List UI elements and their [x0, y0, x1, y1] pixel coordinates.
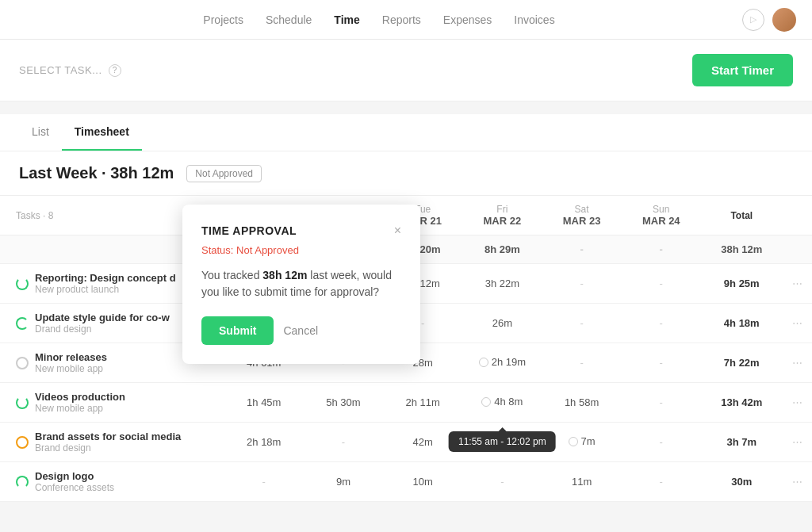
more-reporting[interactable]: ⋯: [783, 264, 812, 304]
time-approval-modal: TIME APPROVAL × Status: Not Approved You…: [182, 205, 420, 364]
cell-brand-sat[interactable]: 7m: [542, 423, 621, 462]
cell-reporting-fri[interactable]: 3h 22m: [462, 264, 542, 304]
cell-reporting-sun[interactable]: -: [622, 264, 701, 304]
task-videos: Videos production New mobile app: [0, 383, 224, 423]
cell-videos-fri[interactable]: 4h 8m 11:55 am - 12:02 pm: [462, 383, 542, 423]
avatar-image: [772, 8, 796, 32]
col-header-more: [783, 196, 812, 235]
task-project-designlogo: Conference assets: [35, 482, 114, 493]
col-header-sat: Sat MAR 23: [542, 196, 621, 235]
nav-invoices[interactable]: Invoices: [514, 13, 554, 26]
modal-title: TIME APPROVAL: [201, 224, 297, 237]
summary-sat: -: [542, 235, 621, 264]
cell-minorreleases-sat[interactable]: -: [542, 343, 621, 383]
modal-status-value: Not Approved: [236, 244, 299, 256]
task-project-minorreleases: New mobile app: [35, 363, 107, 374]
nav-reports[interactable]: Reports: [382, 13, 421, 26]
cell-styleguide-sat[interactable]: -: [542, 304, 621, 343]
tab-list[interactable]: List: [19, 114, 62, 151]
task-name-minorreleases: Minor releases: [35, 351, 107, 363]
cell-videos-mon[interactable]: 1h 45m: [224, 383, 304, 423]
task-project-brand: Brand design: [35, 442, 181, 454]
cell-reporting-sat[interactable]: -: [542, 264, 621, 304]
summary-sun: -: [622, 235, 701, 264]
more-brand[interactable]: ⋯: [783, 423, 812, 462]
modal-actions: Submit Cancel: [201, 316, 401, 345]
nav-links: Projects Schedule Time Reports Expenses …: [16, 13, 742, 26]
task-name-styleguide: Update style guide for co-w: [35, 312, 170, 323]
more-styleguide[interactable]: ⋯: [783, 304, 812, 343]
cell-brand-fri[interactable]: -: [462, 423, 542, 462]
total-reporting: 9h 25m: [701, 264, 783, 304]
task-brand: Brand assets for social media Brand desi…: [0, 423, 224, 462]
tab-timesheet[interactable]: Timesheet: [62, 114, 142, 151]
col-header-sun: Sun MAR 24: [622, 196, 701, 235]
not-approved-badge: Not Approved: [186, 165, 262, 182]
col-header-total: Total: [701, 196, 783, 235]
tabs-container: List Timesheet: [0, 114, 812, 151]
cell-styleguide-sun[interactable]: -: [622, 304, 701, 343]
summary-fri: 8h 29m: [462, 235, 542, 264]
submit-button[interactable]: Submit: [201, 316, 274, 345]
task-project-videos: New mobile app: [35, 403, 125, 414]
task-icon-styleguide: [16, 317, 29, 330]
cell-designlogo-wed[interactable]: 9m: [304, 462, 383, 502]
cell-videos-wed[interactable]: 5h 30m: [304, 383, 383, 423]
table-row: Design logo Conference assets - 9m 10m -…: [0, 462, 812, 502]
summary-total: 38h 12m: [701, 235, 783, 264]
total-brand: 3h 7m: [701, 423, 783, 462]
cell-styleguide-fri[interactable]: 26m: [462, 304, 542, 343]
timesheet-header: Last Week · 38h 12m Not Approved: [0, 151, 812, 196]
table-row: Videos production New mobile app 1h 45m …: [0, 383, 812, 423]
modal-hours: 38h 12m: [262, 269, 307, 281]
cell-designlogo-tue[interactable]: 10m: [383, 462, 462, 502]
task-designlogo: Design logo Conference assets: [0, 462, 224, 502]
cell-brand-tue[interactable]: 42m: [383, 423, 462, 462]
cell-minorreleases-fri[interactable]: 2h 19m: [462, 343, 542, 383]
modal-status: Status: Not Approved: [201, 244, 401, 256]
play-icon[interactable]: ▷: [742, 9, 764, 31]
modal-status-label: Status:: [201, 244, 233, 256]
table-row: Brand assets for social media Brand desi…: [0, 423, 812, 462]
task-icon-minorreleases: [16, 357, 29, 369]
nav-expenses[interactable]: Expenses: [443, 13, 492, 26]
more-designlogo[interactable]: ⋯: [783, 462, 812, 502]
cell-videos-sat[interactable]: 1h 58m: [542, 383, 621, 423]
task-icon-reporting: [16, 277, 29, 290]
cell-brand-mon[interactable]: 2h 18m: [224, 423, 304, 462]
cell-designlogo-sun[interactable]: -: [622, 462, 701, 502]
more-minorreleases[interactable]: ⋯: [783, 343, 812, 383]
nav-right: ▷: [742, 8, 796, 32]
task-select: SELECT TASK... ?: [19, 64, 692, 77]
avatar[interactable]: [772, 8, 796, 32]
start-timer-button[interactable]: Start Timer: [692, 54, 793, 86]
nav-schedule[interactable]: Schedule: [266, 13, 312, 26]
task-icon-videos: [16, 396, 29, 409]
task-name-designlogo: Design logo: [35, 470, 114, 482]
modal-close-button[interactable]: ×: [394, 224, 401, 238]
total-videos: 13h 42m: [701, 383, 783, 423]
info-icon: ?: [109, 64, 121, 77]
cell-videos-sun[interactable]: -: [622, 383, 701, 423]
summary-more: [783, 235, 812, 264]
cell-brand-sun[interactable]: -: [622, 423, 701, 462]
modal-header: TIME APPROVAL ×: [201, 224, 401, 238]
task-icon-brand: [16, 436, 29, 449]
task-placeholder: SELECT TASK...: [19, 64, 102, 76]
modal-body: You tracked 38h 12m last week, would you…: [201, 267, 401, 300]
cell-designlogo-mon[interactable]: -: [224, 462, 304, 502]
task-project-styleguide: Drand design: [35, 323, 170, 335]
total-minorreleases: 7h 22m: [701, 343, 783, 383]
cell-designlogo-fri[interactable]: -: [462, 462, 542, 502]
cell-brand-wed[interactable]: -: [304, 423, 383, 462]
cell-minorreleases-sun[interactable]: -: [622, 343, 701, 383]
cell-videos-tue[interactable]: 2h 11m: [383, 383, 462, 423]
more-videos[interactable]: ⋯: [783, 383, 812, 423]
cancel-button[interactable]: Cancel: [283, 316, 318, 345]
cell-designlogo-sat[interactable]: 11m: [542, 462, 621, 502]
total-styleguide: 4h 18m: [701, 304, 783, 343]
nav-time[interactable]: Time: [334, 13, 359, 26]
task-name-videos: Videos production: [35, 391, 125, 403]
task-project-reporting: New product launch: [35, 284, 176, 295]
nav-projects[interactable]: Projects: [203, 13, 243, 26]
